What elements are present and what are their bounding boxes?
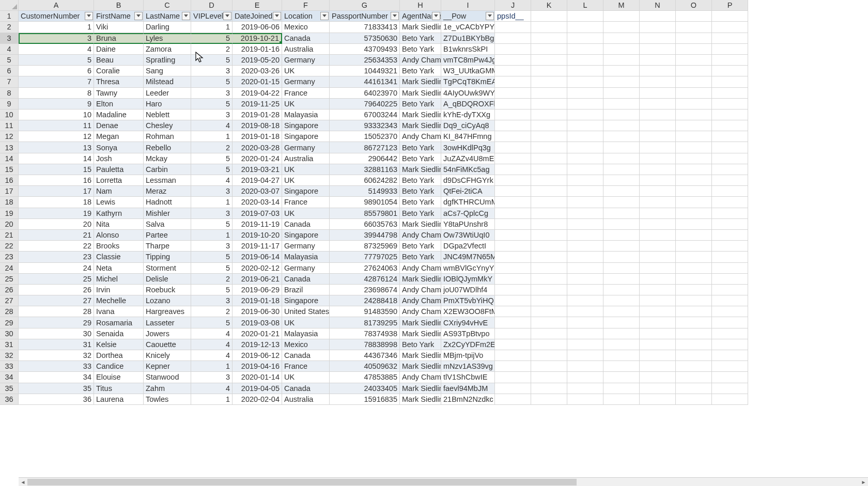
cell-I[interactable]: Y8taPUnshr8 [441, 219, 495, 230]
cell-I[interactable]: 1e_vCACbYPY [441, 22, 495, 33]
row-header[interactable]: 33 [0, 361, 19, 372]
cell-H[interactable]: Beto Yark [400, 208, 441, 219]
cell-H[interactable]: Andy Champan [400, 55, 441, 66]
cell-F[interactable]: Singapore [282, 230, 330, 241]
cell-B[interactable]: Beau [94, 55, 144, 66]
cell-E[interactable]: 2019-03-08 [233, 317, 282, 328]
empty-cell[interactable] [531, 328, 567, 339]
empty-cell[interactable] [495, 317, 531, 328]
empty-cell[interactable] [603, 33, 640, 44]
empty-cell[interactable] [712, 372, 748, 383]
cell-H[interactable]: Mark Siedling [400, 88, 441, 99]
empty-cell[interactable] [567, 33, 603, 44]
empty-cell[interactable] [495, 372, 531, 383]
empty-cell[interactable] [495, 285, 531, 295]
cell-F[interactable]: Canada [282, 350, 330, 361]
empty-cell[interactable] [531, 33, 567, 44]
cell-A[interactable]: 33 [19, 361, 94, 372]
cell-B[interactable]: Classie [94, 252, 144, 262]
cell-C[interactable]: Hargreaves [144, 306, 191, 317]
empty-cell[interactable] [676, 11, 712, 22]
row-header[interactable]: 30 [0, 328, 19, 339]
empty-cell[interactable] [603, 339, 640, 350]
cell-B[interactable]: Nam [94, 186, 144, 197]
cell-I[interactable]: 21BmN2Nzdkc [441, 394, 495, 405]
empty-cell[interactable] [567, 120, 603, 131]
empty-cell[interactable] [495, 219, 531, 230]
empty-cell[interactable] [603, 142, 640, 153]
empty-cell[interactable] [640, 22, 676, 33]
row-header[interactable]: 12 [0, 131, 19, 142]
cell-H[interactable]: Beto Yark [400, 99, 441, 109]
filter-dropdown-icon[interactable] [273, 12, 281, 20]
cell-C[interactable]: Stanwood [144, 372, 191, 383]
cell-C[interactable]: Rohman [144, 131, 191, 142]
cell-B[interactable]: Laurena [94, 394, 144, 405]
empty-cell[interactable] [567, 274, 603, 285]
empty-cell[interactable] [712, 164, 748, 175]
cell-D[interactable]: 5 [191, 76, 233, 87]
empty-cell[interactable] [567, 99, 603, 109]
cell-E[interactable]: 2020-03-26 [233, 66, 282, 76]
cell-F[interactable]: UK [282, 317, 330, 328]
empty-cell[interactable] [567, 219, 603, 230]
empty-cell[interactable] [603, 175, 640, 186]
empty-cell[interactable] [640, 66, 676, 76]
cell-A[interactable]: 35 [19, 383, 94, 394]
cell-H[interactable]: Mark Siedling [400, 394, 441, 405]
cell-G[interactable]: 47853885 [330, 372, 400, 383]
cell-F[interactable]: Australia [282, 394, 330, 405]
empty-cell[interactable] [676, 219, 712, 230]
cell-I[interactable]: Zx2CyYDFm2E [441, 339, 495, 350]
empty-cell[interactable] [495, 328, 531, 339]
empty-cell[interactable] [567, 252, 603, 262]
cell-G[interactable]: 44161341 [330, 76, 400, 87]
empty-cell[interactable] [640, 230, 676, 241]
table-header[interactable]: VIPLevel [191, 11, 233, 22]
cell-G[interactable]: 77797025 [330, 252, 400, 262]
empty-cell[interactable] [567, 208, 603, 219]
column-header-L[interactable]: L [567, 0, 603, 11]
cell-H[interactable]: Mark Siedling [400, 120, 441, 131]
cell-C[interactable]: Lessman [144, 175, 191, 186]
column-header-F[interactable]: F [282, 0, 330, 11]
cell-I[interactable]: kYhE-dyTXXg [441, 109, 495, 120]
column-header-E[interactable]: E [233, 0, 282, 11]
row-header[interactable]: 2 [0, 22, 19, 33]
empty-cell[interactable] [640, 252, 676, 262]
filter-dropdown-icon[interactable] [391, 12, 399, 20]
cell-C[interactable]: Tharpe [144, 241, 191, 252]
empty-cell[interactable] [567, 11, 603, 22]
cell-I[interactable]: X2EW3OO8FtM [441, 306, 495, 317]
cell-C[interactable]: Milstead [144, 76, 191, 87]
row-header[interactable]: 1 [0, 11, 19, 22]
cell-D[interactable]: 2 [191, 142, 233, 153]
cell-A[interactable]: 26 [19, 285, 94, 295]
cell-F[interactable]: Canada [282, 219, 330, 230]
cell-A[interactable]: 25 [19, 274, 94, 285]
cell-I[interactable]: 54nFiMKc5ag [441, 164, 495, 175]
empty-cell[interactable] [495, 295, 531, 306]
cell-E[interactable]: 2020-02-04 [233, 394, 282, 405]
empty-cell[interactable] [531, 109, 567, 120]
empty-cell[interactable] [567, 285, 603, 295]
cell-C[interactable]: Neblett [144, 109, 191, 120]
cell-D[interactable]: 5 [191, 33, 233, 44]
empty-cell[interactable] [495, 394, 531, 405]
cell-B[interactable]: Nita [94, 219, 144, 230]
empty-cell[interactable] [495, 109, 531, 120]
column-header-K[interactable]: K [531, 0, 567, 11]
row-header[interactable]: 14 [0, 153, 19, 164]
empty-cell[interactable] [676, 208, 712, 219]
empty-cell[interactable] [495, 306, 531, 317]
cell-I[interactable]: CXriy94vHvE [441, 317, 495, 328]
cell-F[interactable]: Australia [282, 153, 330, 164]
cell-G[interactable]: 42876124 [330, 274, 400, 285]
empty-cell[interactable] [676, 274, 712, 285]
empty-cell[interactable] [603, 22, 640, 33]
cell-A[interactable]: 19 [19, 208, 94, 219]
cell-F[interactable]: United States [282, 306, 330, 317]
empty-cell[interactable] [567, 317, 603, 328]
empty-cell[interactable] [603, 328, 640, 339]
column-header-P[interactable]: P [712, 0, 748, 11]
